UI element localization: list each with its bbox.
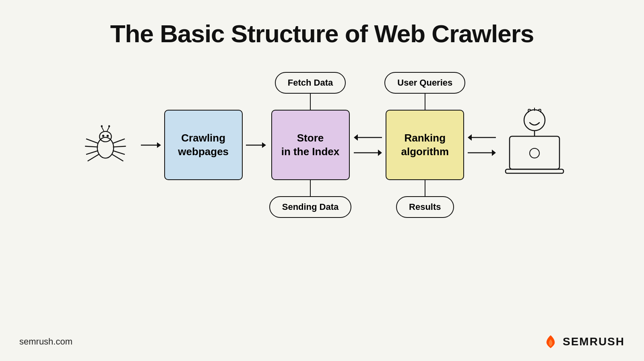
arrow-person-to-ranking: [468, 133, 496, 142]
svg-marker-17: [157, 142, 161, 148]
results-label: Results: [396, 196, 454, 218]
store-column: Fetch Data Store in the Index Sending Da…: [269, 72, 352, 218]
svg-line-7: [113, 146, 126, 147]
svg-point-1: [99, 131, 111, 142]
store-top-line: [310, 94, 311, 110]
svg-rect-32: [506, 169, 564, 173]
arrow-crawling-to-store: [246, 139, 266, 151]
store-index-label: Store in the Index: [281, 131, 339, 159]
ranking-bottom-line: [425, 180, 426, 196]
crawling-webpages-box: Crawling webpages: [164, 110, 243, 180]
svg-marker-24: [468, 134, 472, 141]
footer: semrush.com SEMRUSH: [0, 334, 644, 350]
svg-point-28: [524, 110, 545, 131]
crawling-webpages-label: Crawling webpages: [178, 131, 229, 159]
diagram-area: Crawling webpages Fetch Data Store in th…: [0, 72, 644, 218]
svg-line-3: [85, 146, 98, 147]
svg-line-2: [86, 139, 98, 143]
semrush-brand-name: SEMRUSH: [563, 335, 625, 348]
footer-url: semrush.com: [19, 336, 72, 347]
arrow-spider-to-crawling: [141, 139, 161, 151]
svg-marker-23: [378, 150, 382, 156]
svg-point-0: [97, 137, 114, 158]
svg-marker-19: [262, 142, 266, 148]
double-arrows: [354, 133, 382, 158]
svg-line-12: [101, 127, 104, 131]
store-index-box: Store in the Index: [271, 110, 350, 180]
person-laptop-icon: [502, 105, 567, 185]
svg-point-15: [108, 125, 110, 127]
page: The Basic Structure of Web Crawlers: [0, 0, 644, 361]
svg-point-31: [530, 148, 539, 158]
svg-rect-30: [510, 136, 559, 169]
ranking-column: User Queries Ranking algorithm Results: [384, 72, 465, 218]
svg-line-4: [86, 150, 98, 154]
sending-data-label: Sending Data: [269, 196, 352, 218]
svg-line-14: [107, 127, 109, 131]
page-title: The Basic Structure of Web Crawlers: [110, 19, 534, 48]
double-arrows-ranking-person: [468, 133, 496, 158]
store-bottom-line: [310, 180, 311, 196]
arrow-store-to-ranking: [354, 148, 382, 158]
ranking-top-line: [425, 94, 426, 110]
arrow-ranking-to-person: [468, 148, 496, 158]
svg-line-9: [112, 154, 123, 161]
svg-line-6: [113, 139, 125, 143]
svg-line-8: [113, 150, 125, 154]
svg-marker-20: [354, 134, 358, 141]
user-queries-label: User Queries: [384, 72, 465, 94]
fetch-data-label: Fetch Data: [275, 72, 346, 94]
spider-icon: [77, 121, 134, 169]
ranking-algorithm-label: Ranking algorithm: [401, 131, 449, 159]
svg-point-13: [101, 125, 103, 127]
svg-marker-27: [492, 150, 496, 156]
semrush-flame-icon: [543, 334, 559, 350]
semrush-logo: SEMRUSH: [543, 334, 625, 350]
ranking-algorithm-box: Ranking algorithm: [386, 110, 464, 180]
svg-point-10: [102, 135, 104, 137]
svg-line-5: [87, 154, 99, 161]
svg-point-11: [106, 135, 109, 137]
arrow-ranking-to-store: [354, 133, 382, 142]
